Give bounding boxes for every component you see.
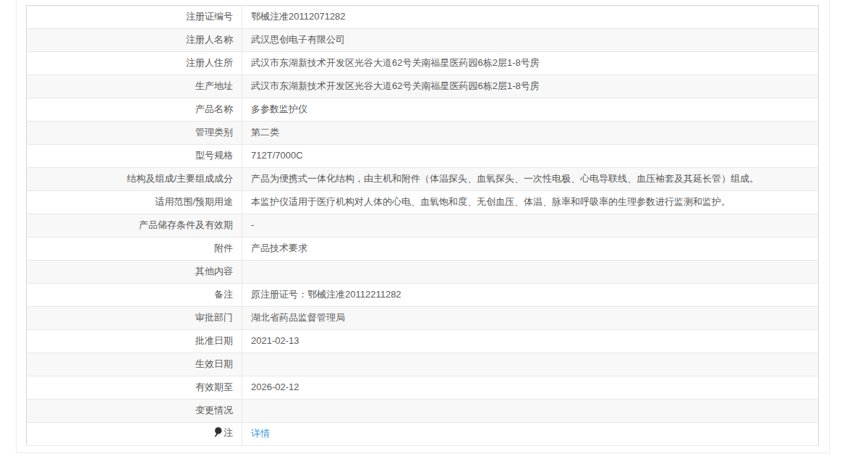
field-value: 武汉思创电子有限公司: [242, 29, 819, 52]
table-row: 生产地址 武汉市东湖新技术开发区光谷大道62号关南福星医药园6栋2层1-8号房: [27, 75, 819, 98]
field-label: 批准日期: [27, 330, 242, 353]
field-value: 湖北省药品监督管理局: [242, 307, 819, 330]
table-row: 备注 原注册证号：鄂械注准20112211282: [27, 284, 819, 307]
table-row: 生效日期: [27, 353, 819, 376]
field-value: 2021-02-13: [242, 330, 819, 353]
note-label: 注: [27, 423, 242, 446]
field-value: 鄂械注准20112071282: [242, 6, 819, 29]
field-value: 产品为便携式一体化结构，由主机和附件（体温探头、血氧探头、一次性电极、心电导联线…: [242, 168, 819, 191]
table-row: 附件 产品技术要求: [27, 237, 819, 261]
field-value: [242, 261, 819, 284]
field-value: 2026-02-12: [242, 376, 819, 400]
table-row: 产品名称 多参数监护仪: [27, 98, 819, 122]
table-row: 结构及组成/主要组成成分 产品为便携式一体化结构，由主机和附件（体温探头、血氧探…: [27, 168, 819, 191]
field-label: 生效日期: [27, 353, 242, 376]
field-label: 型号规格: [27, 145, 242, 168]
pin-icon: [213, 427, 222, 441]
field-label: 产品储存条件及有效期: [27, 214, 242, 237]
field-label: 有效期至: [27, 376, 242, 400]
field-value: [242, 400, 819, 423]
field-label: 生产地址: [27, 75, 242, 98]
field-value: -: [242, 214, 819, 237]
table-row: 审批部门 湖北省药品监督管理局: [27, 307, 819, 330]
field-value: [242, 353, 819, 376]
table-row: 有效期至 2026-02-12: [27, 376, 819, 400]
field-label: 变更情况: [27, 400, 242, 423]
table-row: 注册人住所 武汉市东湖新技术开发区光谷大道62号关南福星医药园6栋2层1-8号房: [27, 52, 819, 75]
field-label: 附件: [27, 237, 242, 261]
field-value: 多参数监护仪: [242, 98, 819, 122]
field-label: 审批部门: [27, 307, 242, 330]
table-row: 型号规格 712T/7000C: [27, 145, 819, 168]
field-label: 适用范围/预期用途: [27, 191, 242, 214]
field-value: 原注册证号：鄂械注准20112211282: [242, 284, 819, 307]
table-row: 变更情况: [27, 400, 819, 423]
table-row: 适用范围/预期用途 本监护仪适用于医疗机构对人体的心电、血氧饱和度、无创血压、体…: [27, 191, 819, 214]
field-value: 详情: [242, 423, 819, 446]
table-row: 管理类别 第二类: [27, 122, 819, 145]
field-label: 其他内容: [27, 261, 242, 284]
field-label: 管理类别: [27, 122, 242, 145]
field-value: 武汉市东湖新技术开发区光谷大道62号关南福星医药园6栋2层1-8号房: [242, 75, 819, 98]
field-label: 注册证编号: [27, 6, 242, 29]
field-value: 第二类: [242, 122, 819, 145]
field-value: 产品技术要求: [242, 237, 819, 261]
table-row: 注 详情: [27, 423, 819, 446]
field-label: 注册人名称: [27, 29, 242, 52]
field-value: 712T/7000C: [242, 145, 819, 168]
table-row: 批准日期 2021-02-13: [27, 330, 819, 353]
details-link[interactable]: 详情: [251, 428, 270, 439]
field-label: 注册人住所: [27, 52, 242, 75]
field-value: 本监护仪适用于医疗机构对人体的心电、血氧饱和度、无创血压、体温、脉率和呼吸率的生…: [242, 191, 819, 214]
table-row: 注册人名称 武汉思创电子有限公司: [27, 29, 819, 52]
field-label: 备注: [27, 284, 242, 307]
registration-detail-table: 注册证编号 鄂械注准20112071282 注册人名称 武汉思创电子有限公司 注…: [26, 5, 819, 446]
table-row: 产品储存条件及有效期 -: [27, 214, 819, 237]
table-row: 注册证编号 鄂械注准20112071282: [27, 6, 819, 29]
note-label-text: 注: [224, 427, 233, 438]
table-row: 其他内容: [27, 261, 819, 284]
field-label: 产品名称: [27, 98, 242, 122]
field-value: 武汉市东湖新技术开发区光谷大道62号关南福星医药园6栋2层1-8号房: [242, 52, 819, 75]
field-label: 结构及组成/主要组成成分: [27, 168, 242, 191]
